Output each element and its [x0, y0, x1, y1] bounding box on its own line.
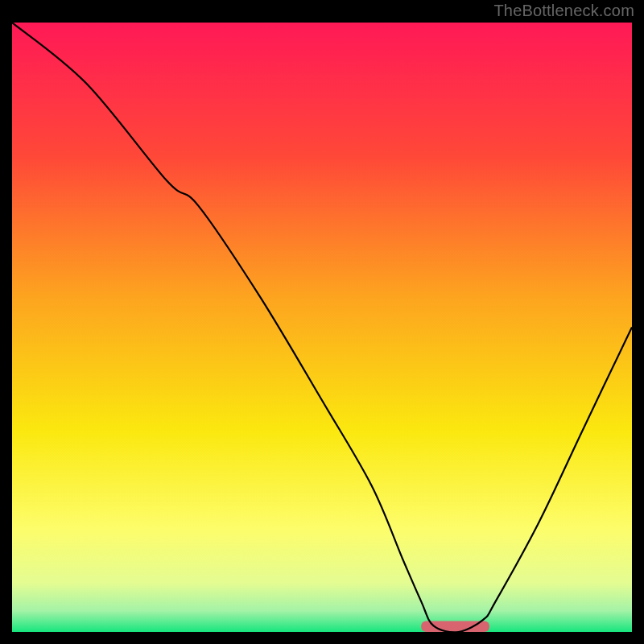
bottleneck-chart: [12, 23, 632, 632]
chart-background: [12, 23, 632, 632]
watermark-label: TheBottleneck.com: [493, 2, 634, 20]
chart-frame: TheBottleneck.com: [0, 0, 644, 644]
